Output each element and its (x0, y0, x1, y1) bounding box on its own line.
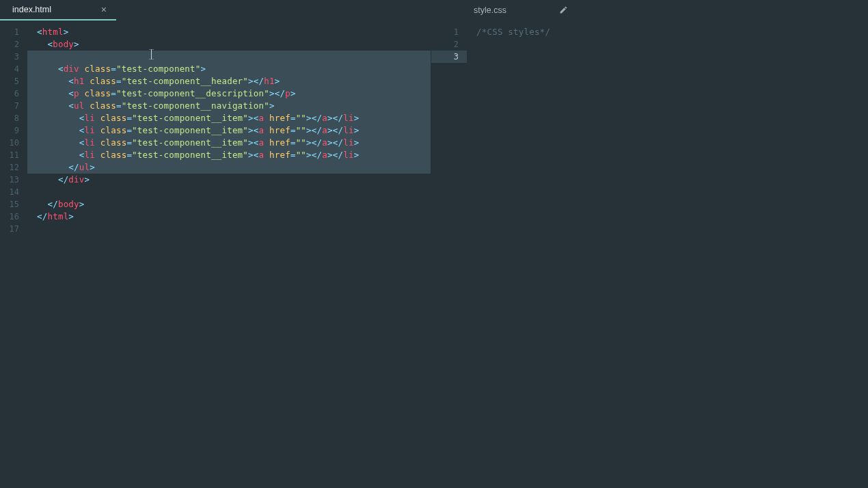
line-number: 12 (0, 161, 27, 174)
line-number: 16 (0, 211, 27, 223)
tab-title: index.html (12, 5, 51, 14)
code-line[interactable]: <div class="test-component"> (27, 63, 431, 75)
code-line[interactable] (27, 51, 431, 63)
pencil-icon[interactable] (559, 5, 568, 16)
code-line[interactable]: <h1 class="test-component__header"></h1> (27, 75, 431, 87)
text-cursor-icon (146, 48, 156, 60)
close-icon[interactable]: × (101, 5, 107, 14)
code-line[interactable]: </ul> (27, 161, 431, 174)
editor-pane-left[interactable]: 1234567891011121314151617 <html> <body> … (0, 21, 431, 488)
code-line[interactable]: <li class="test-component__item"><a href… (27, 137, 431, 149)
line-number: 11 (0, 149, 27, 161)
code-area[interactable]: /*CSS styles*/ (467, 21, 868, 63)
line-number: 5 (0, 75, 27, 87)
line-number: 13 (0, 174, 27, 186)
line-number: 2 (431, 38, 467, 51)
line-number: 17 (0, 223, 27, 235)
line-number: 7 (0, 100, 27, 112)
line-number: 10 (0, 137, 27, 149)
code-line[interactable]: <ul class="test-component__navigation"> (27, 100, 431, 112)
code-line[interactable]: <li class="test-component__item"><a href… (27, 149, 431, 161)
code-line[interactable]: /*CSS styles*/ (467, 26, 868, 38)
code-line[interactable] (27, 186, 431, 198)
line-number: 3 (431, 51, 467, 63)
editor-panes: 1234567891011121314151617 <html> <body> … (0, 21, 868, 488)
line-number: 4 (0, 63, 27, 75)
line-number: 9 (0, 124, 27, 137)
code-line[interactable]: <body> (27, 38, 431, 51)
line-number: 1 (431, 26, 467, 38)
editor-pane-right[interactable]: 123 /*CSS styles*/ (431, 21, 868, 488)
code-area[interactable]: <html> <body> <div class="test-component… (27, 21, 431, 235)
line-number: 2 (0, 38, 27, 51)
code-line[interactable]: <li class="test-component__item"><a href… (27, 124, 431, 137)
line-gutter: 1234567891011121314151617 (0, 21, 27, 235)
line-number: 6 (0, 87, 27, 100)
line-number: 8 (0, 112, 27, 124)
code-line[interactable] (27, 223, 431, 235)
tab-title: style.css (474, 5, 506, 15)
code-line[interactable]: </div> (27, 174, 431, 186)
code-line[interactable]: <html> (27, 26, 431, 38)
line-number: 3 (0, 51, 27, 63)
tab-style-css[interactable]: style.css (461, 0, 578, 21)
code-line[interactable] (467, 51, 868, 63)
tab-index-html[interactable]: index.html × (0, 0, 116, 21)
code-line[interactable]: <li class="test-component__item"><a href… (27, 112, 431, 124)
code-line[interactable]: </html> (27, 211, 431, 223)
code-line[interactable] (467, 38, 868, 51)
line-number: 1 (0, 26, 27, 38)
line-number: 14 (0, 186, 27, 198)
line-gutter: 123 (431, 21, 467, 63)
code-line[interactable]: <p class="test-component__description"><… (27, 87, 431, 100)
code-line[interactable]: </body> (27, 198, 431, 211)
line-number: 15 (0, 198, 27, 211)
editor-app: index.html × style.css 12345678910111213… (0, 0, 868, 488)
tab-bar: index.html × style.css (0, 0, 868, 21)
